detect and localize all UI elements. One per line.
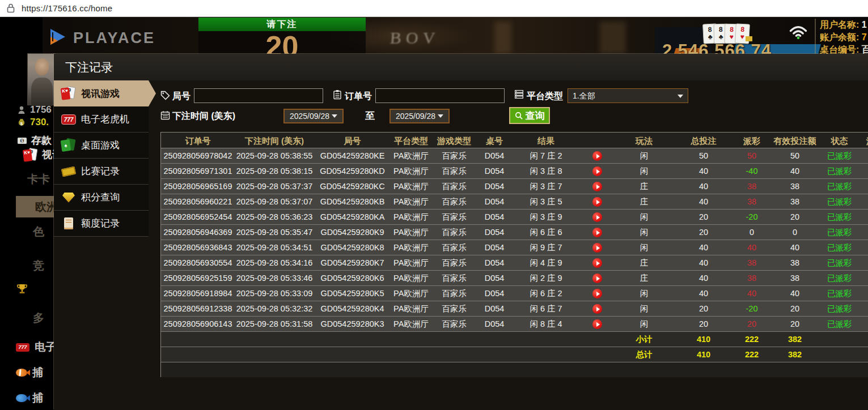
search-icon [515,112,523,120]
document-icon [61,216,77,231]
balance-row: $ 730. [17,117,49,128]
cell-game-type: 百家乐 [431,210,477,224]
cell-play-type: 闲 [616,240,672,255]
play-video-button[interactable] [592,228,602,237]
column-header: 有效投注额 [769,133,821,148]
balance-text: 730. [30,117,49,128]
play-video-button[interactable] [592,197,602,207]
round-label: 局号 [172,89,190,104]
cell-platform: PA欧洲厅 [391,240,431,255]
cell-bet-time: 2025-09-28 05:37:37 [235,179,314,194]
person-icon [17,105,26,114]
video-cards-icon: 9K♥ [23,148,37,161]
date-from-select[interactable]: 2025/09/28 [283,109,344,123]
cell-payout: 40 [735,240,769,255]
cell-table-no: D054 [477,210,512,224]
cell-game-type: 百家乐 [431,317,477,331]
round-input[interactable] [194,88,323,103]
play-video-button[interactable] [592,304,602,314]
cell-result: 闲 3 庄 5 [512,194,616,209]
cell-payout: -40 [735,164,769,178]
sidebar-item-match-records[interactable]: 比赛记录 [54,159,149,185]
cell-round-no: GD054259280K9 [314,225,391,240]
bet-records-modal: 下注记录 9K♥视讯游戏777电子老虎机♠桌面游戏比赛记录积分查询额度记录 局号… [54,54,868,410]
cell-round-no: GD054259280KA [314,210,391,224]
play-video-button[interactable] [592,289,602,298]
cell-payout: 38 [735,271,769,285]
cell-table-no: D054 [477,286,512,301]
play-video-button[interactable] [592,274,602,283]
table-row: 2509280569713012025-09-28 05:38:15GD0542… [161,164,868,179]
cell-result: 闲 6 庄 2 [512,286,616,301]
sidebar-item-video-games[interactable]: 9K♥视讯游戏 [54,80,149,106]
sidebar-item-table-games[interactable]: ♠桌面游戏 [54,133,149,159]
table-row: 2509280569189842025-09-28 05:33:09GD0542… [161,286,868,301]
platform-select[interactable]: 1.全部 [568,88,688,103]
cell-empty [161,347,235,362]
date-to-value: 2025/09/28 [396,112,435,121]
play-video-button[interactable] [592,182,602,191]
play-video-button[interactable] [592,151,602,161]
sidebar-item-label: 桌面游戏 [81,139,120,152]
cell-result: 闲 9 庄 7 [512,240,616,255]
cell-valid-bet: 0 [769,225,821,240]
user-info-value: 7 [862,32,867,42]
table-row: 2509280569463692025-09-28 05:35:47GD0542… [161,225,868,240]
cell-round-no: GD054259280KD [314,164,391,178]
cell-order-no: 250928056978042 [161,148,235,163]
cell-empty [477,347,512,362]
username-text: 1756 [30,104,52,116]
cell-payout: 38 [735,255,769,270]
table-row: 2509280569602212025-09-28 05:37:07GD0542… [161,194,868,210]
username-row: 1756 [17,104,52,116]
cell-round-no: GD054259280K6 [314,271,391,285]
play-video-button[interactable] [592,319,602,329]
column-header: 状态 [821,133,858,148]
cell-extra [858,225,868,240]
user-info-value: 百 [862,45,868,54]
order-input[interactable] [375,88,505,103]
cell-bet-time: 2025-09-28 05:37:07 [235,194,314,209]
subtotal-valid: 382 [769,332,821,347]
cell-game-type: 百家乐 [431,179,477,194]
video-cards-icon: 9K♥ [61,86,77,101]
table-row: 2509280569123382025-09-28 05:32:32GD0542… [161,301,868,317]
column-header: 玩法 [616,133,672,148]
cell-extra [858,317,868,331]
table-row: 2509280569651692025-09-28 05:37:37GD0542… [161,179,868,194]
date-to-select[interactable]: 2025/09/28 [389,109,450,123]
cell-platform: PA欧洲厅 [391,255,431,270]
cell-valid-bet: 38 [769,194,821,209]
cell-play-type: 闲 [616,317,672,331]
cell-platform: PA欧洲厅 [391,225,431,240]
query-button[interactable]: 查询 [509,107,550,124]
cell-empty [314,332,391,347]
sidebar-item-slots[interactable]: 777电子老虎机 [54,106,149,133]
cell-valid-bet: 20 [769,301,821,316]
cell-table-no: D054 [477,164,512,178]
cell-total-bet: 20 [672,301,735,316]
cell-result: 闲 3 庄 9 [512,210,616,224]
cell-total-bet: 40 [672,271,735,285]
sidebar-item-points-query[interactable]: 积分查询 [54,185,149,211]
cell-round-no: GD054259280K5 [314,286,391,301]
cell-valid-bet: 40 [769,164,821,178]
cell-order-no: 250928056906143 [161,317,235,331]
cell-table-no: D054 [477,194,512,209]
query-button-label: 查询 [526,109,545,122]
play-video-button[interactable] [592,243,602,253]
cell-result: 闲 6 庄 6 [512,225,616,240]
play-video-button[interactable] [592,212,602,222]
browser-address-bar[interactable]: https://175616.cc/home [0,0,868,17]
play-video-button[interactable] [592,258,602,268]
table-row: 2509280569368432025-09-28 05:34:51GD0542… [161,240,868,255]
sidebar-item-quota-records[interactable]: 额度记录 [54,211,149,237]
cell-bet-time: 2025-09-28 05:35:47 [235,225,314,240]
background-menu-label: 捕 [32,391,43,405]
cell-order-no: 250928056936843 [161,240,235,255]
play-video-button[interactable] [592,166,602,176]
to-label: 至 [365,109,375,123]
cell-play-type: 闲 [616,286,672,301]
deposit-button[interactable]: $ 存款 [17,134,52,147]
playace-logo-icon [48,27,69,49]
